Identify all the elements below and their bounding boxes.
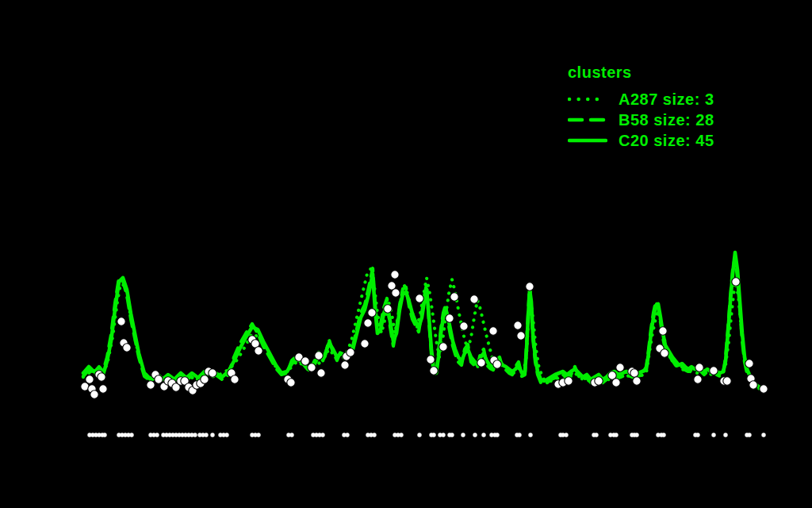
sample-point [493, 360, 501, 368]
rug-dot [528, 433, 532, 437]
sample-point [427, 356, 435, 364]
sample-point [231, 375, 239, 383]
rug-dot [345, 433, 349, 437]
sample-point [470, 295, 478, 303]
rug-dot [723, 433, 727, 437]
rug-dot [399, 433, 403, 437]
rug-dot [594, 433, 598, 437]
sample-point [147, 381, 155, 389]
solid-line-icon [568, 137, 607, 144]
sample-point [514, 321, 522, 329]
sample-point [308, 364, 316, 371]
sample-point [633, 377, 641, 385]
rug-dot [517, 433, 521, 437]
sample-point [760, 385, 768, 393]
sample-point [341, 361, 349, 369]
sample-point [661, 349, 668, 357]
legend-row-c20: C20 size: 45 [568, 130, 714, 151]
rug-dot [210, 433, 214, 437]
dotted-line-icon [568, 95, 607, 103]
sample-point [489, 327, 497, 335]
rug-dot [224, 433, 228, 437]
rug-dot [761, 433, 765, 437]
rug-dot [614, 433, 618, 437]
legend-row-a287: A287 size: 3 [568, 89, 714, 110]
sample-point [209, 369, 216, 377]
sample-point [710, 367, 718, 375]
rug-dot [711, 433, 715, 437]
rug-dot [441, 433, 445, 437]
rug-dot [155, 433, 159, 437]
rug-dot [204, 433, 208, 437]
rug-dot [564, 433, 568, 437]
sample-point [99, 385, 107, 393]
legend-entry-label: A287 size: 3 [619, 90, 714, 109]
legend-title: clusters [568, 64, 714, 82]
dashed-line-icon [568, 116, 607, 124]
sample-point [361, 340, 369, 348]
legend: clusters A287 size: 3 B58 size: 28 C20 s… [568, 64, 714, 151]
rug-dot [417, 433, 421, 437]
sample-point [301, 357, 309, 365]
sample-point [630, 369, 638, 377]
sample-point [659, 327, 667, 335]
sample-point [477, 359, 485, 367]
sample-point [612, 379, 620, 387]
sample-point [368, 309, 376, 317]
sample-point [86, 375, 94, 383]
rug-dot [495, 433, 499, 437]
sample-point [255, 347, 262, 355]
rug-dot [193, 433, 197, 437]
sample-point [732, 278, 740, 286]
sample-point [460, 322, 468, 330]
sample-point [364, 319, 372, 327]
sample-point [430, 367, 438, 375]
sample-point [595, 377, 603, 385]
sample-point [450, 293, 458, 301]
sample-point [439, 343, 447, 351]
rug-dot [747, 433, 751, 437]
legend-entry-label: C20 size: 45 [619, 132, 714, 150]
sample-point [694, 375, 702, 383]
sample-point [695, 364, 703, 371]
sample-point [526, 283, 534, 291]
sample-point [745, 360, 753, 368]
rug-dot [102, 433, 106, 437]
rug-dot [256, 433, 260, 437]
sample-point [315, 352, 323, 360]
sample-point [98, 373, 105, 381]
rug-dot [372, 433, 376, 437]
legend-row-b58: B58 size: 28 [568, 110, 714, 130]
sample-point [517, 332, 525, 340]
rug-dot [320, 433, 324, 437]
rug-dot [695, 433, 699, 437]
rug-dot [473, 433, 477, 437]
rug-dot [481, 433, 485, 437]
sample-point [392, 289, 400, 297]
sample-point [347, 348, 354, 356]
rug-dot [450, 433, 454, 437]
sample-point [90, 391, 98, 398]
rug-dot [461, 433, 465, 437]
sample-point [416, 294, 423, 302]
sample-point [317, 369, 325, 377]
chart-canvas: clusters A287 size: 3 B58 size: 28 C20 s… [0, 0, 812, 508]
sample-point [565, 377, 573, 385]
sample-point [391, 271, 399, 279]
rug-dot [661, 433, 665, 437]
sample-point [155, 375, 163, 383]
rug-dot [129, 433, 133, 437]
rug-dot [431, 433, 435, 437]
sample-point [384, 305, 392, 313]
legend-entry-label: B58 size: 28 [619, 111, 714, 129]
sample-point [723, 377, 731, 385]
sample-point [201, 375, 209, 383]
sample-point [287, 379, 295, 387]
sample-point [117, 318, 125, 325]
rug-dot [634, 433, 638, 437]
sample-point [123, 344, 131, 352]
sample-point [616, 364, 624, 371]
rug-dot [289, 433, 293, 437]
sample-point [749, 381, 757, 389]
sample-point [446, 314, 454, 322]
